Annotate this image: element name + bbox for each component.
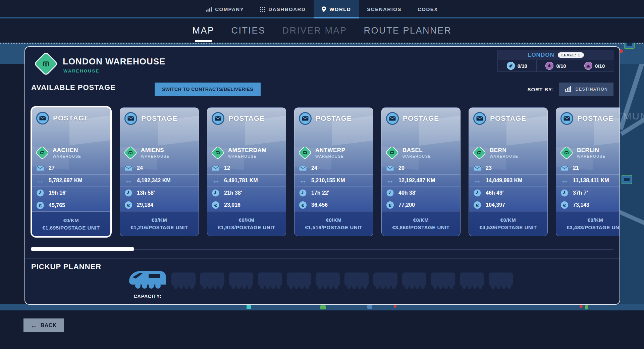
wagon-slot[interactable]	[257, 272, 283, 289]
postage-card[interactable]: POSTAGE BASEL WAREHOUSE 20 ↔ 12,192,487 …	[381, 107, 461, 236]
payout-row: € 45,765	[32, 199, 110, 211]
postage-card-type: POSTAGE	[316, 114, 352, 122]
map-road	[620, 210, 644, 231]
nav-dashboard[interactable]: DASHBOARD	[252, 0, 314, 18]
distance-value: 12,192,487 KM	[398, 178, 435, 184]
travel-time-value: 13h 58'	[137, 190, 155, 196]
clock-icon	[36, 189, 45, 197]
page-subtitle: WAREHOUSE	[63, 68, 100, 73]
nav-scenarios[interactable]: SCENARIOS	[359, 0, 410, 18]
payout-value: 45,765	[49, 202, 65, 208]
travel-time-value: 17h 22'	[311, 190, 329, 196]
postage-count-row: 23	[469, 162, 547, 174]
postage-card[interactable]: POSTAGE AACHEN WAREHOUSE 27 ↔ 5,782,697 …	[31, 106, 112, 238]
tab-route-planner[interactable]: ROUTE PLANNER	[363, 23, 452, 38]
destination-city: AMIENS	[141, 147, 169, 154]
envelope-icon	[124, 166, 133, 171]
postage-card-type: POSTAGE	[403, 114, 439, 122]
nav-company[interactable]: COMPANY	[198, 0, 252, 18]
cards-scrollbar-thumb[interactable]	[31, 247, 134, 251]
switch-contracts-button[interactable]: SWITCH TO CONTRACTS/DELIVERIES	[155, 83, 261, 96]
travel-time-row: 17h 22'	[294, 187, 373, 199]
card-price-footer: €0/KM €3,860/POSTAGE UNIT	[382, 211, 460, 236]
postage-envelope-icon	[124, 112, 137, 125]
card-price-footer: €0/KM €1,695/POSTAGE UNIT	[32, 211, 110, 236]
postage-card[interactable]: POSTAGE ANTWERP WAREHOUSE 24 ↔ 5,210,155…	[294, 107, 373, 236]
tab-map[interactable]: MAP	[192, 23, 215, 38]
payout-value: 77,200	[398, 202, 415, 208]
price-per-km: €0/KM	[326, 217, 342, 223]
postage-card[interactable]: POSTAGE AMIENS WAREHOUSE 24 ↔ 4,192,342 …	[120, 107, 199, 236]
tab-driver-map[interactable]: DRIVER MAP	[281, 23, 347, 38]
distance-value: 14,049,993 KM	[486, 178, 522, 184]
sort-destination-label: DESTINATION	[576, 87, 608, 92]
travel-time-row: 37h 7'	[556, 187, 620, 199]
destination-city: BASEL	[402, 147, 431, 154]
nav-dashboard-label: DASHBOARD	[268, 6, 306, 12]
left-arrow-icon: ←	[31, 322, 38, 329]
sort-icon	[565, 86, 572, 92]
euro-icon: €	[386, 201, 394, 209]
pickup-planner-heading: PICKUP PLANNER	[31, 262, 101, 271]
stat-postage: 0/10	[498, 60, 536, 71]
back-button-label: BACK	[41, 322, 57, 329]
distance-row: ↔ 6,491,781 KM	[207, 174, 286, 187]
payout-row: € 73,143	[556, 199, 620, 211]
back-button[interactable]: ← BACK	[23, 318, 64, 332]
postage-card-type: POSTAGE	[490, 114, 526, 122]
distance-row: ↔ 11,138,411 KM	[556, 174, 620, 187]
travel-time-value: 19h 16'	[49, 190, 67, 196]
city-level-badge: LONDON LEVEL: 1 0/10 0/10 0/10	[497, 50, 614, 72]
price-per-unit: €1,918/POSTAGE UNIT	[218, 225, 275, 230]
wagon-slot[interactable]	[373, 272, 398, 289]
sort-destination-button[interactable]: DESTINATION	[559, 83, 613, 96]
distance-row: ↔ 5,210,155 KM	[294, 174, 373, 187]
destination-city: BERLIN	[577, 147, 605, 154]
section-heading: AVAILABLE POSTAGE	[31, 83, 116, 92]
top-nav-bar: COMPANY DASHBOARD WORLD SCENARIOS CODEX	[0, 0, 644, 18]
postage-card-type: POSTAGE	[577, 114, 613, 122]
world-sub-nav: MAP CITIES DRIVER MAP ROUTE PLANNER	[0, 18, 644, 43]
city-name: LONDON	[528, 52, 554, 58]
map-pin-icon	[322, 6, 326, 12]
stat-fuel-value: 0/10	[556, 63, 566, 69]
wagon-slot[interactable]	[286, 272, 312, 289]
distance-icon: ↔	[560, 177, 569, 184]
wagon-slot[interactable]	[459, 272, 485, 289]
payout-row: € 23,016	[207, 199, 286, 211]
envelope-icon	[386, 166, 394, 171]
postage-count-row: 20	[382, 162, 460, 174]
wagon-slot[interactable]	[315, 272, 340, 289]
tag-icon	[507, 62, 515, 70]
wagon-slot[interactable]	[228, 272, 254, 289]
nav-codex[interactable]: CODEX	[410, 0, 446, 18]
destination-type: WAREHOUSE	[141, 154, 169, 158]
nav-world[interactable]: WORLD	[314, 0, 359, 18]
postage-card[interactable]: POSTAGE BERN WAREHOUSE 23 ↔ 14,049,993 K…	[469, 107, 548, 236]
price-per-unit: €1,216/POSTAGE UNIT	[131, 225, 188, 230]
nav-company-label: COMPANY	[215, 6, 244, 12]
wagon-slot[interactable]	[200, 272, 225, 289]
postage-card-header: POSTAGE	[120, 108, 199, 129]
travel-time-row: 13h 58'	[120, 187, 199, 199]
wagon-slot[interactable]	[488, 272, 514, 289]
wagon-slot[interactable]	[171, 272, 196, 289]
map-strip	[0, 304, 644, 310]
postage-card[interactable]: POSTAGE AMSTERDAM WAREHOUSE 12 ↔ 6,491,7…	[207, 107, 286, 236]
payout-row: € 29,184	[120, 199, 199, 211]
card-photo	[556, 129, 620, 143]
price-per-unit: €3,860/POSTAGE UNIT	[392, 225, 450, 230]
wagon-slot[interactable]	[430, 272, 456, 289]
destination-type: WAREHOUSE	[577, 154, 605, 158]
wagon-slot[interactable]	[344, 272, 369, 289]
wagon-slot[interactable]	[401, 272, 427, 289]
payout-value: 73,143	[573, 202, 589, 208]
postage-card[interactable]: POSTAGE BERLIN WAREHOUSE 21 ↔ 11,138,411…	[556, 107, 620, 236]
distance-row: ↔ 12,192,487 KM	[382, 174, 460, 187]
tab-cities[interactable]: CITIES	[230, 23, 266, 38]
nav-scenarios-label: SCENARIOS	[367, 6, 401, 12]
distance-row: ↔ 5,782,697 KM	[32, 174, 110, 187]
destination-type: WAREHOUSE	[402, 154, 431, 158]
distance-icon: ↔	[299, 177, 307, 184]
distance-icon: ↔	[386, 177, 394, 184]
